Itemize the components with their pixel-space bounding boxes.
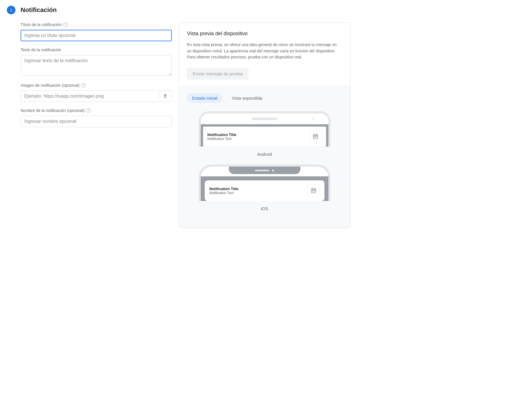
camera-icon [272,169,274,171]
label-notification-title: Título de la notificación [21,22,62,27]
field-notification-title: Título de la notificación ? [21,22,172,41]
android-mock: Notification Title Notification Text [199,111,330,147]
field-notification-name: Nombre de la notificación (opcional) ? [21,108,172,127]
upload-button[interactable] [159,90,172,102]
preview-heading: Vista previa del dispositivo [187,31,342,37]
android-notification-card: Notification Title Notification Text [203,127,326,147]
ios-label: iOS [187,206,342,211]
preview-tabs: Estado inicial Vista expandida [187,93,342,103]
tab-expanded-view[interactable]: Vista expandida [226,93,267,103]
send-test-button[interactable]: Enviar mensaje de prueba [187,68,249,80]
step-title: Notificación [21,6,57,14]
image-placeholder-icon [309,130,322,143]
preview-description: En esta vista previa, se ofrece una idea… [187,42,342,60]
notif-text: Notification Text [209,191,303,195]
notif-title: Notification Title [209,187,303,191]
ios-notification-card: Notification Title Notification Text [205,180,324,201]
label-notification-text: Texto de la notificación [21,48,61,52]
android-label: Android [187,152,342,157]
speaker-icon [252,118,277,120]
camera-icon [312,117,315,120]
speaker-icon [255,170,269,171]
help-icon[interactable]: ? [86,108,91,113]
step-header: 1 Notificación [7,6,523,14]
step-number-badge: 1 [7,6,15,14]
tab-initial-state[interactable]: Estado inicial [187,93,222,103]
device-preview-card: Vista previa del dispositivo En esta vis… [179,22,350,228]
notif-title: Notification Title [207,133,306,137]
notif-text: Notification Text [207,137,306,141]
upload-icon [162,93,168,100]
label-notification-image: Imagen de notificación (opcional) [21,83,79,88]
field-notification-image: Imagen de notificación (opcional) ? [21,83,172,102]
ios-mock: Notification Title Notification Text [199,165,330,201]
notification-name-input[interactable] [21,116,172,127]
notification-image-input[interactable] [21,90,159,102]
notification-title-input[interactable] [21,30,172,41]
label-notification-name: Nombre de la notificación (opcional) [21,108,84,113]
help-icon[interactable]: ? [63,22,68,27]
notification-text-input[interactable] [21,55,172,76]
help-icon[interactable]: ? [81,83,86,88]
field-notification-text: Texto de la notificación [21,48,172,77]
image-placeholder-icon [307,184,320,197]
